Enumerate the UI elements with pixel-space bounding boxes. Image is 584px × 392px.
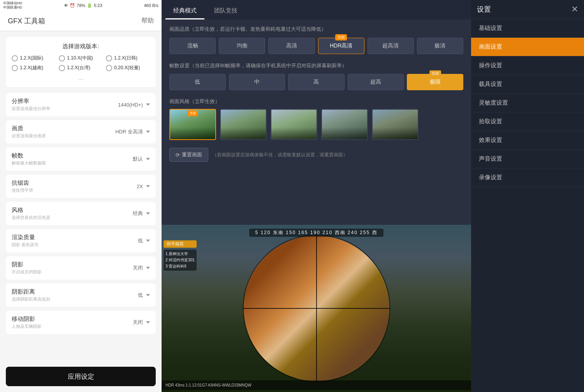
close-button[interactable]: ✕ <box>571 5 578 14</box>
menu-sensitivity[interactable]: 灵敏度设置 <box>471 94 584 112</box>
reset-button[interactable]: ⟳ 重置画面 <box>169 148 208 162</box>
player-1: 1 原神法大学 <box>165 251 195 257</box>
shadow-value[interactable]: 关闭 <box>133 264 150 271</box>
quality-options: 流畅 均衡 高清 当前 HDR高清 超高清 极清 <box>169 38 463 54</box>
shadow-dropdown[interactable] <box>146 267 150 269</box>
right-header: 设置 ✕ <box>471 0 584 19</box>
quality-balanced[interactable]: 均衡 <box>219 38 265 54</box>
version-item-5[interactable]: 1.2.X(台湾) <box>59 65 103 71</box>
tab-team[interactable]: 团队竞技 <box>206 3 245 19</box>
style-thumbnails: 当前 <box>169 109 463 140</box>
eye-icon: 👁 <box>64 3 68 8</box>
style-thumb-5[interactable] <box>372 109 419 140</box>
player-2: 2 对话约书亚301 <box>165 257 195 263</box>
quality-hd[interactable]: 高清 <box>268 38 315 54</box>
radio-5[interactable] <box>59 65 65 71</box>
tab-classic[interactable]: 经典模式 <box>165 3 204 19</box>
radio-3[interactable] <box>106 55 112 61</box>
menu-recording[interactable]: 录像设置 <box>471 168 584 187</box>
antialias-dropdown[interactable] <box>146 185 150 187</box>
settings-tabs: 经典模式 团队竞技 <box>162 0 471 19</box>
menu-controls[interactable]: 操作设置 <box>471 56 584 75</box>
apply-button[interactable]: 应用设定 <box>6 367 156 386</box>
render-value[interactable]: 低 <box>138 237 150 244</box>
style-value[interactable]: 经典 <box>133 210 150 217</box>
setting-fps: 帧数 解锁最大帧数极限 默认 <box>6 147 156 171</box>
style-badge-1: 当前 <box>188 110 198 116</box>
menu-effects[interactable]: 效果设置 <box>471 131 584 150</box>
game-bottom-bar: HDR 43ms 1:1.12:01G7-K84NS-WWLD33MNQW <box>162 380 471 390</box>
fps-desc: 帧数设置（当前已选择90帧频率，请确保在手机系统中开启对应的屏幕刷新率） <box>169 62 463 70</box>
fps-low[interactable]: 低 <box>169 74 226 90</box>
style-thumb-3[interactable] <box>271 109 317 140</box>
quality-ultra[interactable]: 超高清 <box>368 38 414 54</box>
reset-desc: （若画面设置后游戏体验不佳，或需恢复默认设置，请重置画面） <box>212 152 348 158</box>
setting-shadow-dist: 阴影距离 选择阴影距离高低别 低 <box>6 284 156 307</box>
version-item-4[interactable]: 1.2.X(越南) <box>12 65 56 71</box>
render-dropdown[interactable] <box>146 240 150 242</box>
menu-vehicle[interactable]: 载具设置 <box>471 75 584 94</box>
shadow-dist-value[interactable]: 低 <box>138 292 150 299</box>
radio-4[interactable] <box>12 65 18 71</box>
quality-hdr-badge: 当前 <box>335 34 347 40</box>
radio-1[interactable] <box>12 55 18 61</box>
right-menu: 基础设置 画面设置 操作设置 载具设置 灵敏度设置 拾取设置 效果设置 声音设置… <box>471 19 584 392</box>
version-item-1[interactable]: 1.2.X(国际) <box>12 55 56 61</box>
game-settings-panel: 经典模式 团队竞技 画面品质（立即生效，若运行卡顿、发热量和耗电量过大可适当降低… <box>162 0 471 392</box>
menu-audio[interactable]: 声音设置 <box>471 150 584 168</box>
setting-style: 风格 选择您喜欢的渲色器 经典 <box>6 202 156 225</box>
version-item-6[interactable]: 0.20.X(轻量) <box>106 65 150 71</box>
quality-value[interactable]: HDR 全高清 <box>115 128 150 135</box>
fps-value[interactable]: 默认 <box>133 156 150 163</box>
menu-pickup[interactable]: 拾取设置 <box>471 112 584 131</box>
fps-high[interactable]: 高 <box>288 74 345 90</box>
quality-hdr[interactable]: 当前 HDR高清 <box>318 38 364 54</box>
quality-smooth[interactable]: 流畅 <box>169 38 216 54</box>
fps-ultra[interactable]: 超高 <box>348 74 404 90</box>
style-thumb-2[interactable] <box>220 109 267 140</box>
player-list: 1 原神法大学 2 对话约书亚301 3 雷达科科6 <box>164 250 197 271</box>
reset-area: ⟳ 重置画面 （若画面设置后游戏体验不佳，或需恢复默认设置，请重置画面） <box>169 148 463 162</box>
scope-overlay <box>243 234 391 382</box>
right-sidebar: 设置 ✕ 基础设置 画面设置 操作设置 载具设置 灵敏度设置 拾取设置 效果设置… <box>471 0 584 392</box>
mobile-shadow-dropdown[interactable] <box>146 321 150 324</box>
style-section-title: 画面风格（立即生效） <box>169 98 463 105</box>
compass: 5 120 东南 150 165 190 210 西南 240 255 西 <box>249 229 383 237</box>
fps-extreme[interactable]: 当前 极限 <box>407 74 463 90</box>
phone-panel: 中国移动HD 中国联通HD 👁 ⏰ 78% 🔋 5:23 460 B/s GFX… <box>0 0 162 392</box>
menu-basic[interactable]: 基础设置 <box>471 19 584 38</box>
shadow-dist-dropdown[interactable] <box>146 294 150 296</box>
setting-mobile-shadow: 移动阴影 人物及车辆阴影 关闭 <box>6 311 156 334</box>
settings-body: 画面品质（立即生效，若运行卡顿、发热量和耗电量过大可适当降低） 流畅 均衡 高清… <box>162 19 471 225</box>
fps-extreme-badge: 当前 <box>429 70 441 77</box>
quality-dropdown[interactable] <box>146 131 150 133</box>
version-more[interactable]: ... <box>12 74 150 81</box>
fps-dropdown[interactable] <box>146 158 150 160</box>
apply-btn-area: 应用设定 <box>0 361 162 392</box>
fps-options: 低 中 高 超高 当前 极限 <box>169 74 463 90</box>
setting-shadow: 阴影 开启或关闭阴影 关闭 <box>6 256 156 280</box>
version-title: 选择游戏版本: <box>12 43 150 50</box>
reset-icon: ⟳ <box>176 152 180 158</box>
radio-6[interactable] <box>106 65 112 71</box>
game-screenshot: 5 120 东南 150 165 190 210 西南 240 255 西 和平… <box>162 225 471 392</box>
style-thumb-1[interactable]: 当前 <box>169 109 216 140</box>
style-dropdown[interactable] <box>146 212 150 215</box>
fps-mid[interactable]: 中 <box>229 74 285 90</box>
style-thumb-4[interactable] <box>321 109 368 140</box>
network-speed: 460 B/s <box>144 3 158 8</box>
gfx-header: GFX 工具箱 帮助 <box>0 11 162 31</box>
version-item-3[interactable]: 1.2.X(日韩) <box>106 55 150 61</box>
setting-render: 渲染质量 阴影 着色器等 低 <box>6 229 156 252</box>
resolution-value[interactable]: 1440(HD+) <box>118 102 150 108</box>
resolution-dropdown[interactable] <box>146 103 150 106</box>
menu-graphics[interactable]: 画面设置 <box>471 38 584 56</box>
radio-2[interactable] <box>59 55 65 61</box>
game-compass-bar: 5 120 东南 150 165 190 210 西南 240 255 西 <box>162 227 471 238</box>
version-item-2[interactable]: 1.10.X(中国) <box>59 55 103 61</box>
antialias-value[interactable]: 2X <box>137 184 150 189</box>
quality-extreme[interactable]: 极清 <box>417 38 463 54</box>
mobile-shadow-value[interactable]: 关闭 <box>133 319 150 326</box>
gfx-content: 选择游戏版本: 1.2.X(国际) 1.10.X(中国) 1.2.X(日韩) 1… <box>0 31 162 361</box>
help-button[interactable]: 帮助 <box>141 17 154 25</box>
